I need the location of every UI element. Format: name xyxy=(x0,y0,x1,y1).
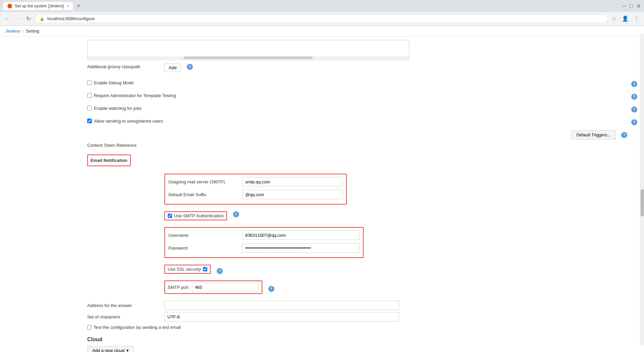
breadcrumb: Jenkins › Setting xyxy=(0,26,644,37)
window-controls: ─ □ ✕ xyxy=(623,3,641,9)
smtp-auth-help-icon[interactable]: ? xyxy=(233,211,239,217)
enable-debug-checkbox-row: Enable Debug Mode xyxy=(87,80,134,85)
browser-action-buttons: ☆ 👤 ⋮ xyxy=(610,14,641,23)
breadcrumb-current: Setting xyxy=(25,29,39,34)
groovy-classpath-section: Additional groovy classpath Add ? xyxy=(87,37,637,72)
groovy-classpath-textarea[interactable] xyxy=(87,40,409,60)
charset-input[interactable] xyxy=(164,312,399,321)
username-label: Username xyxy=(168,233,242,238)
ssl-label: Use SSL security xyxy=(168,267,201,272)
smtp-server-row: Outgoing mail server (SMTP) xyxy=(168,176,343,187)
smtp-port-label: SMTP port xyxy=(168,285,189,290)
address-answer-label: Address for the answer xyxy=(87,303,161,308)
email-notification-title: Email Notification xyxy=(91,158,127,163)
enable-watching-checkbox-row: Enable watching for jobs xyxy=(87,106,142,111)
credentials-box: Username Password xyxy=(164,227,364,258)
minimize-btn[interactable]: ─ xyxy=(623,3,626,9)
add-cloud-dropdown-icon: ▾ xyxy=(126,348,129,352)
charset-label: Set of characters xyxy=(87,314,161,319)
tab-title: Set up the system [Jenkins] xyxy=(15,4,64,8)
scrollbar-thumb[interactable] xyxy=(641,189,644,216)
allow-sending-label: Allow sending to unregistered users xyxy=(94,119,163,124)
address-bar[interactable]: 🔒 localhost:8080/configure xyxy=(35,14,608,23)
add-classpath-btn[interactable]: Add xyxy=(164,63,181,72)
account-btn[interactable]: 👤 xyxy=(621,14,630,23)
enable-watching-checkbox[interactable] xyxy=(87,106,92,111)
ssl-checkbox[interactable] xyxy=(203,267,207,271)
enable-debug-label: Enable Debug Mode xyxy=(94,80,134,85)
breadcrumb-separator: › xyxy=(22,29,23,34)
cloud-title: Cloud xyxy=(87,337,637,343)
email-suffix-input[interactable] xyxy=(242,190,343,199)
address-answer-input[interactable] xyxy=(164,301,399,310)
refresh-btn[interactable]: ↻ xyxy=(25,14,32,23)
enable-watching-help-icon[interactable]: ? xyxy=(631,106,637,113)
forward-btn[interactable]: → xyxy=(14,14,22,23)
email-notification-section: Email Notification Outgoing mail server … xyxy=(87,155,637,330)
groovy-classpath-label: Additional groovy classpath xyxy=(87,64,161,69)
email-notification-title-box: Email Notification xyxy=(87,155,131,166)
scrollbar-track[interactable] xyxy=(640,34,644,345)
url-text[interactable]: localhost:8080/configure xyxy=(47,16,603,21)
require-admin-checkbox[interactable] xyxy=(87,93,92,98)
allow-sending-checkbox-row: Allow sending to unregistered users xyxy=(87,119,163,124)
require-admin-label: Require Administrator for Template Testi… xyxy=(94,93,176,98)
new-tab-btn[interactable]: + xyxy=(75,3,82,10)
email-suffix-label: Default Email Suffix xyxy=(168,192,242,197)
enable-debug-checkbox[interactable] xyxy=(87,80,92,85)
smtp-fields-box: Outgoing mail server (SMTP) Default Emai… xyxy=(164,174,347,205)
browser-chrome: Set up the system [Jenkins] × + ─ □ ✕ ← … xyxy=(0,0,644,26)
main-content: Additional groovy classpath Add ? Enable… xyxy=(0,37,644,352)
password-label: Password xyxy=(168,246,242,251)
enable-watching-row: Enable watching for jobs ? xyxy=(87,104,637,115)
allow-sending-row: Allow sending to unregistered users ? xyxy=(87,117,637,128)
require-admin-checkbox-row: Require Administrator for Template Testi… xyxy=(87,93,176,98)
browser-tab[interactable]: Set up the system [Jenkins] × xyxy=(3,2,73,10)
browser-navbar: ← → ↻ 🔒 localhost:8080/configure ☆ 👤 ⋮ xyxy=(0,12,644,26)
enable-watching-label: Enable watching for jobs xyxy=(94,106,142,111)
maximize-btn[interactable]: □ xyxy=(630,3,633,9)
star-btn[interactable]: ☆ xyxy=(610,14,618,23)
password-row: Password xyxy=(168,243,360,253)
use-smtp-auth-label: Use SMTP Authentication xyxy=(174,213,224,218)
menu-btn[interactable]: ⋮ xyxy=(633,14,641,23)
smtp-server-label: Outgoing mail server (SMTP) xyxy=(168,179,242,184)
require-admin-help-icon[interactable]: ? xyxy=(631,94,637,100)
allow-sending-help-icon[interactable]: ? xyxy=(631,119,637,125)
ssl-help-icon[interactable]: ? xyxy=(217,268,223,274)
smtp-port-help-icon[interactable]: ? xyxy=(268,286,274,292)
smtp-port-input[interactable] xyxy=(192,282,259,292)
content-token-ref: Content Token Reference xyxy=(87,143,637,148)
tab-icon xyxy=(7,4,12,8)
allow-sending-checkbox[interactable] xyxy=(87,119,92,123)
groovy-classpath-help-icon[interactable]: ? xyxy=(187,64,193,70)
lock-icon: 🔒 xyxy=(40,16,45,21)
smtp-port-box: SMTP port xyxy=(164,280,262,294)
username-input[interactable] xyxy=(242,230,360,240)
checkboxes-section: Enable Debug Mode ? Require Administrato… xyxy=(87,79,637,128)
tab-close-btn[interactable]: × xyxy=(67,4,69,8)
enable-debug-row: Enable Debug Mode ? xyxy=(87,79,637,89)
test-config-checkbox[interactable] xyxy=(87,325,92,329)
require-admin-row: Require Administrator for Template Testi… xyxy=(87,91,637,102)
back-btn[interactable]: ← xyxy=(3,14,11,23)
browser-titlebar: Set up the system [Jenkins] × + ─ □ ✕ xyxy=(0,0,644,12)
breadcrumb-jenkins[interactable]: Jenkins xyxy=(5,29,20,34)
smtp-server-input[interactable] xyxy=(242,177,343,186)
password-input[interactable] xyxy=(242,243,360,253)
close-win-btn[interactable]: ✕ xyxy=(636,3,641,9)
add-cloud-label: Add a new cloud xyxy=(92,348,124,352)
use-smtp-auth-checkbox[interactable] xyxy=(168,214,172,218)
username-row: Username xyxy=(168,230,360,240)
add-cloud-btn[interactable]: Add a new cloud ▾ xyxy=(87,346,134,352)
ssl-security-box: Use SSL security xyxy=(164,265,211,274)
default-triggers-help-icon[interactable]: ? xyxy=(621,132,627,138)
enable-debug-help-icon[interactable]: ? xyxy=(631,81,637,87)
smtp-auth-box: Use SMTP Authentication xyxy=(164,211,227,220)
cloud-section: Cloud Add a new cloud ▾ xyxy=(87,337,637,352)
default-triggers-btn[interactable]: Default Triggers... xyxy=(571,130,616,139)
email-suffix-row: Default Email Suffix xyxy=(168,189,343,200)
test-config-label: Test the configuration by sending a test… xyxy=(94,325,181,330)
